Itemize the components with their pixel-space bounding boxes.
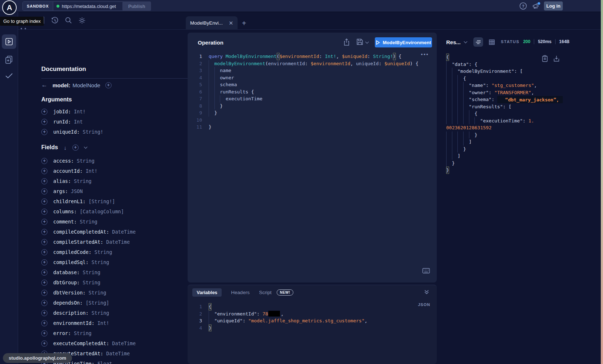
field-type[interactable]: JSON — [68, 188, 83, 194]
add-all-fields-icon[interactable]: + — [72, 145, 79, 151]
code-line[interactable]: 3name — [188, 67, 437, 74]
field-name[interactable]: dbtVersion: — [53, 290, 85, 296]
graph-index-icon[interactable] — [21, 28, 22, 29]
code-line[interactable]: "name": "stg_customers", — [446, 82, 591, 89]
field-name[interactable]: uniqueId: — [53, 129, 80, 135]
doc-field-row[interactable]: +columns: [CatalogColumn] — [41, 206, 136, 217]
doc-field-row[interactable]: +compiledSql: String — [41, 257, 136, 267]
field-name[interactable]: database: — [53, 269, 80, 275]
add-field-to-operation-icon[interactable]: + — [41, 209, 47, 215]
keyboard-shortcuts-icon[interactable] — [422, 268, 430, 273]
code-line[interactable]: 7executionTime — [188, 95, 437, 102]
code-line[interactable]: } — [446, 146, 591, 153]
close-tab-icon[interactable]: ✕ — [229, 20, 233, 26]
field-name[interactable]: accountId: — [53, 168, 83, 174]
publish-button[interactable]: Publish — [122, 1, 151, 11]
sidebar-item-explorer[interactable] — [2, 34, 16, 49]
field-name[interactable]: error: — [53, 330, 71, 336]
field-name[interactable]: comment: — [53, 219, 77, 225]
login-button[interactable]: Log in — [544, 1, 563, 11]
field-name[interactable]: compiledCode: — [53, 249, 92, 255]
field-type[interactable]: String — [92, 249, 112, 255]
code-line[interactable]: 4} — [188, 325, 437, 332]
add-model-field-icon[interactable]: + — [105, 82, 112, 88]
add-field-to-operation-icon[interactable]: + — [41, 229, 47, 235]
field-name[interactable]: alias: — [53, 178, 71, 184]
field-type[interactable]: String — [89, 310, 109, 316]
code-line[interactable]: "schema": “dbt_mary_jackson”, — [446, 96, 591, 103]
sidebar-item-schema[interactable] — [4, 55, 14, 64]
new-tab-icon[interactable]: + — [242, 19, 246, 28]
doc-field-row[interactable]: +args: JSON — [41, 186, 136, 196]
field-type[interactable]: DateTime — [109, 340, 135, 346]
field-type[interactable]: String! — [80, 129, 103, 135]
add-field-to-operation-icon[interactable]: + — [41, 158, 47, 164]
code-line[interactable]: ] — [446, 152, 591, 160]
code-line[interactable]: 8} — [188, 102, 437, 110]
doc-field-row[interactable]: +runId: Int — [41, 117, 103, 127]
field-type[interactable]: String — [80, 280, 100, 285]
field-type[interactable]: Float — [95, 361, 112, 364]
doc-field-row[interactable]: +compileCompletedAt: DateTime — [41, 227, 136, 237]
code-line[interactable]: 10 — [188, 117, 437, 124]
doc-field-row[interactable]: +access: String — [41, 156, 136, 166]
field-type[interactable]: Int! — [71, 109, 86, 114]
collapse-variables-icon[interactable] — [424, 289, 430, 294]
endpoint-url[interactable]: https://metadata.cloud.get — [62, 4, 126, 9]
doc-field-row[interactable]: +error: String — [41, 328, 136, 338]
add-field-to-operation-icon[interactable]: + — [41, 178, 47, 184]
code-line[interactable]: { — [446, 54, 591, 61]
field-type[interactable]: DateTime — [103, 239, 130, 245]
doc-field-row[interactable]: +comment: String — [41, 217, 136, 227]
field-type[interactable]: String — [74, 158, 95, 164]
field-name[interactable]: dependsOn: — [53, 300, 83, 306]
doc-field-row[interactable]: +accountId: Int! — [41, 166, 136, 176]
doc-field-row[interactable]: +database: String — [41, 267, 136, 277]
code-line[interactable]: 11} — [188, 124, 437, 131]
add-field-to-operation-icon[interactable]: + — [41, 198, 47, 205]
response-view-list-button[interactable] — [473, 37, 483, 47]
code-line[interactable]: "runResults": [ — [446, 103, 591, 110]
field-name[interactable]: compileCompletedAt: — [53, 229, 109, 235]
code-line[interactable]: 4owner — [188, 74, 437, 81]
apollo-logo[interactable]: A — [2, 0, 17, 15]
code-line[interactable]: 5schema — [188, 81, 437, 88]
field-name[interactable]: compiledSql: — [53, 259, 89, 265]
add-field-to-operation-icon[interactable]: + — [41, 340, 47, 347]
field-type[interactable]: String — [85, 290, 106, 296]
field-name[interactable]: dbtGroup: — [53, 280, 80, 285]
add-field-to-operation-icon[interactable]: + — [41, 280, 47, 286]
variables-editor[interactable]: 1{2"environmentId": 78,3"uniqueId": "mod… — [188, 303, 437, 331]
doc-field-row[interactable]: +environmentId: Int! — [41, 318, 136, 328]
save-options-chevron-icon[interactable] — [365, 40, 369, 44]
code-line[interactable]: "executionTime": 1. — [446, 117, 591, 125]
tab-headers[interactable]: Headers — [231, 290, 250, 295]
doc-field-row[interactable]: +executeCompletedAt: DateTime — [41, 338, 136, 348]
doc-field-row[interactable]: +description: String — [41, 308, 136, 318]
breadcrumb-type[interactable]: ModelNode — [72, 82, 100, 88]
code-line[interactable]: "modelByEnvironment": [ — [446, 68, 591, 75]
field-type[interactable]: Int! — [95, 320, 109, 326]
code-line[interactable]: } — [446, 131, 591, 139]
operation-tab-label[interactable]: ModelByEnvi... — [190, 20, 225, 26]
doc-field-row[interactable]: +compiledCode: String — [41, 247, 136, 257]
add-field-to-operation-icon[interactable]: + — [41, 188, 47, 194]
search-icon[interactable] — [65, 17, 72, 24]
code-line[interactable]: "data": { — [446, 61, 591, 68]
code-line[interactable]: "owner": "TRANSFORMER", — [446, 89, 591, 96]
back-arrow-icon[interactable]: ← — [41, 81, 47, 89]
code-line[interactable]: } — [446, 167, 591, 174]
doc-field-row[interactable]: +dbtGroup: String — [41, 277, 136, 288]
tab-script[interactable]: Script — [259, 290, 272, 295]
doc-field-row[interactable]: +alias: String — [41, 176, 136, 186]
response-json-viewer[interactable]: {"data": {"modelByEnvironment": [{"name"… — [446, 54, 591, 174]
field-type[interactable]: String — [71, 330, 92, 336]
field-name[interactable]: environmentId: — [53, 320, 95, 326]
tab-variables[interactable]: Variables — [192, 288, 222, 297]
sidebar-item-checks[interactable] — [5, 72, 13, 79]
chevron-down-icon[interactable] — [84, 145, 87, 148]
field-name[interactable]: description: — [53, 310, 89, 316]
field-name[interactable]: runId: — [53, 119, 71, 125]
doc-field-row[interactable]: +dbtVersion: String — [41, 288, 136, 298]
breadcrumb-field[interactable]: model: — [53, 82, 70, 88]
